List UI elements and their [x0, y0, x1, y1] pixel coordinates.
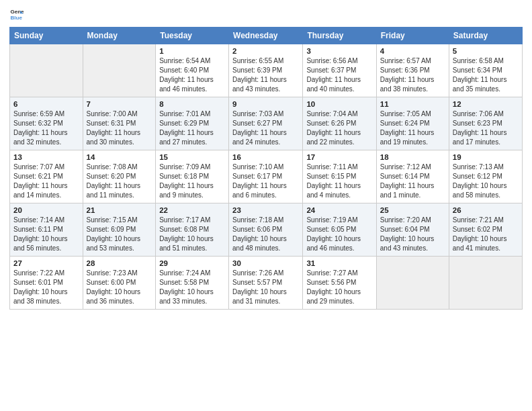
day-info: Sunrise: 7:09 AMSunset: 6:18 PMDaylight:… — [159, 163, 225, 200]
calendar-cell: 17Sunrise: 7:11 AMSunset: 6:15 PMDayligh… — [303, 150, 376, 203]
day-info: Sunrise: 7:26 AMSunset: 5:57 PMDaylight:… — [232, 269, 299, 306]
calendar-cell: 12Sunrise: 7:06 AMSunset: 6:23 PMDayligh… — [449, 97, 522, 150]
day-info: Sunrise: 7:19 AMSunset: 6:05 PMDaylight:… — [306, 216, 372, 253]
calendar-cell: 11Sunrise: 7:05 AMSunset: 6:24 PMDayligh… — [376, 97, 449, 150]
calendar-cell: 25Sunrise: 7:20 AMSunset: 6:04 PMDayligh… — [376, 203, 449, 257]
day-number: 30 — [232, 259, 299, 267]
day-info: Sunrise: 6:57 AMSunset: 6:36 PMDaylight:… — [380, 56, 445, 94]
calendar-cell: 29Sunrise: 7:24 AMSunset: 5:58 PMDayligh… — [156, 257, 229, 310]
day-info: Sunrise: 7:15 AMSunset: 6:09 PMDaylight:… — [87, 216, 152, 253]
calendar-cell: 8Sunrise: 7:01 AMSunset: 6:29 PMDaylight… — [156, 97, 229, 150]
day-info: Sunrise: 7:24 AMSunset: 5:58 PMDaylight:… — [159, 269, 225, 306]
day-info: Sunrise: 7:13 AMSunset: 6:12 PMDaylight:… — [453, 163, 519, 200]
day-number: 18 — [380, 153, 445, 161]
day-info: Sunrise: 7:05 AMSunset: 6:24 PMDaylight:… — [380, 109, 445, 147]
day-number: 3 — [306, 47, 372, 55]
day-info: Sunrise: 7:20 AMSunset: 6:04 PMDaylight:… — [380, 216, 445, 253]
day-info: Sunrise: 7:17 AMSunset: 6:08 PMDaylight:… — [159, 216, 225, 253]
day-info: Sunrise: 6:59 AMSunset: 6:32 PMDaylight:… — [13, 109, 79, 147]
day-number: 17 — [306, 153, 372, 161]
day-number: 26 — [453, 206, 519, 214]
calendar-cell: 2Sunrise: 6:55 AMSunset: 6:39 PMDaylight… — [229, 44, 303, 97]
page: General Blue SundayMondayTuesdayWednesda… — [0, 0, 532, 411]
day-info: Sunrise: 7:14 AMSunset: 6:11 PMDaylight:… — [13, 216, 79, 253]
day-info: Sunrise: 7:04 AMSunset: 6:26 PMDaylight:… — [306, 109, 372, 147]
calendar-cell: 26Sunrise: 7:21 AMSunset: 6:02 PMDayligh… — [449, 203, 522, 257]
calendar-cell: 14Sunrise: 7:08 AMSunset: 6:20 PMDayligh… — [83, 150, 156, 203]
week-row-3: 13Sunrise: 7:07 AMSunset: 6:21 PMDayligh… — [10, 150, 523, 203]
calendar-cell: 15Sunrise: 7:09 AMSunset: 6:18 PMDayligh… — [156, 150, 229, 203]
day-number: 7 — [87, 100, 152, 108]
calendar-cell: 4Sunrise: 6:57 AMSunset: 6:36 PMDaylight… — [376, 44, 449, 97]
calendar-cell: 22Sunrise: 7:17 AMSunset: 6:08 PMDayligh… — [156, 203, 229, 257]
logo: General Blue — [9, 7, 24, 21]
calendar-cell: 31Sunrise: 7:27 AMSunset: 5:56 PMDayligh… — [303, 257, 376, 310]
calendar-cell — [10, 44, 83, 97]
calendar-cell: 23Sunrise: 7:18 AMSunset: 6:06 PMDayligh… — [229, 203, 303, 257]
day-info: Sunrise: 7:03 AMSunset: 6:27 PMDaylight:… — [232, 109, 299, 147]
day-number: 13 — [13, 153, 79, 161]
calendar-cell: 27Sunrise: 7:22 AMSunset: 6:01 PMDayligh… — [10, 257, 83, 310]
day-number: 6 — [13, 100, 79, 108]
calendar-cell: 30Sunrise: 7:26 AMSunset: 5:57 PMDayligh… — [229, 257, 303, 310]
day-info: Sunrise: 7:11 AMSunset: 6:15 PMDaylight:… — [306, 163, 372, 200]
day-info: Sunrise: 6:54 AMSunset: 6:40 PMDaylight:… — [159, 56, 225, 94]
day-info: Sunrise: 7:22 AMSunset: 6:01 PMDaylight:… — [13, 269, 79, 306]
day-number: 15 — [159, 153, 225, 161]
calendar-cell: 28Sunrise: 7:23 AMSunset: 6:00 PMDayligh… — [83, 257, 156, 310]
calendar-cell: 9Sunrise: 7:03 AMSunset: 6:27 PMDaylight… — [229, 97, 303, 150]
day-info: Sunrise: 7:10 AMSunset: 6:17 PMDaylight:… — [232, 163, 299, 200]
day-number: 20 — [13, 206, 79, 214]
day-number: 25 — [380, 206, 445, 214]
day-number: 14 — [87, 153, 152, 161]
calendar-cell: 13Sunrise: 7:07 AMSunset: 6:21 PMDayligh… — [10, 150, 83, 203]
calendar-cell: 16Sunrise: 7:10 AMSunset: 6:17 PMDayligh… — [229, 150, 303, 203]
weekday-header-monday: Monday — [83, 28, 156, 44]
day-number: 5 — [453, 47, 519, 55]
calendar-cell: 1Sunrise: 6:54 AMSunset: 6:40 PMDaylight… — [156, 44, 229, 97]
day-number: 29 — [159, 259, 225, 267]
day-number: 28 — [87, 259, 152, 267]
calendar-cell: 7Sunrise: 7:00 AMSunset: 6:31 PMDaylight… — [83, 97, 156, 150]
weekday-header-friday: Friday — [376, 28, 449, 44]
svg-text:Blue: Blue — [10, 15, 22, 21]
calendar: SundayMondayTuesdayWednesdayThursdayFrid… — [9, 27, 523, 310]
day-info: Sunrise: 7:18 AMSunset: 6:06 PMDaylight:… — [232, 216, 299, 253]
day-number: 19 — [453, 153, 519, 161]
day-info: Sunrise: 7:06 AMSunset: 6:23 PMDaylight:… — [453, 109, 519, 147]
day-info: Sunrise: 6:56 AMSunset: 6:37 PMDaylight:… — [306, 56, 372, 94]
calendar-cell: 20Sunrise: 7:14 AMSunset: 6:11 PMDayligh… — [10, 203, 83, 257]
calendar-cell: 19Sunrise: 7:13 AMSunset: 6:12 PMDayligh… — [449, 150, 522, 203]
day-info: Sunrise: 6:58 AMSunset: 6:34 PMDaylight:… — [453, 56, 519, 94]
calendar-cell: 21Sunrise: 7:15 AMSunset: 6:09 PMDayligh… — [83, 203, 156, 257]
weekday-header-thursday: Thursday — [303, 28, 376, 44]
svg-text:General: General — [10, 9, 24, 15]
day-number: 23 — [232, 206, 299, 214]
day-number: 8 — [159, 100, 225, 108]
day-info: Sunrise: 7:01 AMSunset: 6:29 PMDaylight:… — [159, 109, 225, 147]
day-info: Sunrise: 7:21 AMSunset: 6:02 PMDaylight:… — [453, 216, 519, 253]
calendar-cell — [449, 257, 522, 310]
day-info: Sunrise: 6:55 AMSunset: 6:39 PMDaylight:… — [232, 56, 299, 94]
day-number: 2 — [232, 47, 299, 55]
weekday-header-tuesday: Tuesday — [156, 28, 229, 44]
week-row-1: 1Sunrise: 6:54 AMSunset: 6:40 PMDaylight… — [10, 44, 523, 97]
day-info: Sunrise: 7:23 AMSunset: 6:00 PMDaylight:… — [87, 269, 152, 306]
day-info: Sunrise: 7:08 AMSunset: 6:20 PMDaylight:… — [87, 163, 152, 200]
calendar-cell — [83, 44, 156, 97]
day-number: 9 — [232, 100, 299, 108]
day-info: Sunrise: 7:07 AMSunset: 6:21 PMDaylight:… — [13, 163, 79, 200]
day-number: 24 — [306, 206, 372, 214]
day-info: Sunrise: 7:27 AMSunset: 5:56 PMDaylight:… — [306, 269, 372, 306]
day-number: 22 — [159, 206, 225, 214]
calendar-cell: 5Sunrise: 6:58 AMSunset: 6:34 PMDaylight… — [449, 44, 522, 97]
weekday-header-sunday: Sunday — [10, 28, 83, 44]
day-number: 11 — [380, 100, 445, 108]
week-row-4: 20Sunrise: 7:14 AMSunset: 6:11 PMDayligh… — [10, 203, 523, 257]
day-number: 27 — [13, 259, 79, 267]
day-number: 4 — [380, 47, 445, 55]
day-info: Sunrise: 7:12 AMSunset: 6:14 PMDaylight:… — [380, 163, 445, 200]
calendar-cell: 24Sunrise: 7:19 AMSunset: 6:05 PMDayligh… — [303, 203, 376, 257]
header: General Blue — [9, 7, 523, 21]
day-info: Sunrise: 7:00 AMSunset: 6:31 PMDaylight:… — [87, 109, 152, 147]
